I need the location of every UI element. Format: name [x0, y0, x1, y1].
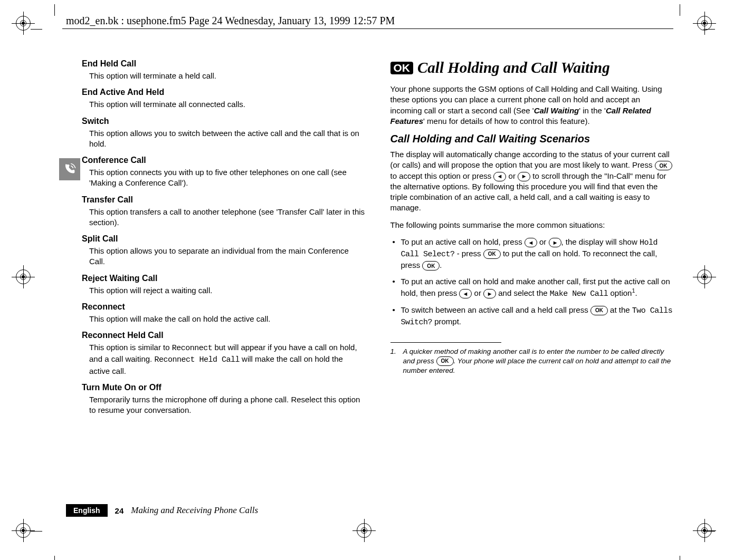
- text: to accept this option or press: [390, 171, 494, 180]
- crop-mark-mid-right: [697, 269, 718, 291]
- crop-mark-bottom-right: [697, 523, 718, 544]
- scenario-paragraph: The display will automatically change ac…: [390, 149, 674, 214]
- text-end-active-held: This option will terminate all connected…: [89, 99, 365, 110]
- text-split-call: This option allows you to separate an in…: [89, 246, 365, 267]
- page-number: 24: [115, 506, 124, 515]
- text: To put an active call on hold, press: [401, 237, 525, 246]
- bullet-2: To put an active call on hold and make a…: [390, 276, 674, 300]
- left-key-icon: ◂: [525, 238, 537, 247]
- bullet-1: To put an active call on hold, press ◂ o…: [390, 237, 674, 271]
- text: and select the: [496, 288, 550, 297]
- heading-reconnect-held: Reconnect Held Call: [82, 331, 365, 340]
- intro-paragraph: Your phone supports the GSM options of C…: [390, 84, 674, 127]
- heading-end-held-call: End Held Call: [82, 59, 365, 69]
- text-reconnect-held: This option is similar to Reconnect but …: [89, 342, 365, 376]
- main-heading-text: Call Holding and Call Waiting: [417, 59, 610, 76]
- text-reject-waiting: This option will reject a waiting call.: [89, 285, 365, 296]
- text: prompt.: [432, 317, 461, 326]
- text: at the: [608, 305, 632, 314]
- crop-mark-bottom-left: [16, 523, 37, 544]
- text: option: [608, 288, 632, 297]
- left-key-icon: ◂: [493, 172, 506, 181]
- heading-split-call: Split Call: [82, 234, 365, 244]
- phone-icon: [59, 158, 80, 180]
- text: .: [440, 260, 442, 269]
- heading-end-active-held: End Active And Held: [82, 88, 365, 97]
- summary-intro: The following points summarise the more …: [390, 220, 674, 230]
- left-key-icon: ◂: [459, 289, 472, 298]
- ref-call-waiting: Call Waiting: [534, 106, 579, 115]
- main-heading: OK Call Holding and Call Waiting: [390, 59, 674, 76]
- footnote-separator: [390, 342, 501, 343]
- text: ' in the ': [579, 106, 606, 115]
- right-key-icon: ▸: [483, 289, 496, 298]
- heading-switch: Switch: [82, 117, 365, 126]
- crop-mark-top-right: [697, 16, 718, 37]
- ok-badge-icon: OK: [390, 62, 414, 74]
- text: or: [506, 171, 518, 180]
- ok-key-icon: OK: [436, 356, 454, 366]
- ok-key-icon: OK: [590, 306, 608, 315]
- bullet-3: To switch between an active call and a h…: [390, 305, 674, 329]
- right-key-icon: ▸: [549, 238, 561, 247]
- text-conference-call: This option connects you with up to five…: [89, 167, 365, 189]
- language-badge: English: [66, 504, 108, 517]
- crop-mark-bottom-mid: [357, 523, 378, 544]
- text: - press: [455, 249, 483, 258]
- text: To switch between an active call and a h…: [401, 305, 590, 314]
- text: This option is similar to: [89, 343, 172, 352]
- ok-key-icon: OK: [422, 261, 440, 271]
- text: or: [537, 237, 549, 246]
- ok-key-icon: OK: [483, 249, 501, 259]
- text: ' menu for details of how to control thi…: [423, 117, 590, 125]
- right-key-icon: ▸: [518, 172, 530, 181]
- text-reconnect: This option will make the call on hold t…: [89, 314, 365, 324]
- footnote-1: 1. A quicker method of making another ca…: [390, 347, 674, 376]
- heading-conference-call: Conference Call: [82, 156, 365, 165]
- code-reconnect: Reconnect: [172, 344, 213, 353]
- text: The display will automatically change ac…: [390, 150, 670, 169]
- sub-heading-scenarios: Call Holding and Call Waiting Scenarios: [390, 133, 674, 145]
- text-switch: This option allows you to switch between…: [89, 128, 365, 150]
- ok-key-icon: OK: [655, 161, 672, 170]
- crop-mark-mid-left: [16, 269, 37, 291]
- code-reconnect-held: Reconnect Held Call: [154, 355, 240, 364]
- text-transfer-call: This option transfers a call to another …: [89, 207, 365, 228]
- page-header: mod2_en.bk : usephone.fm5 Page 24 Wednes…: [66, 15, 395, 27]
- header-rule: [62, 28, 673, 29]
- text: .: [635, 288, 637, 297]
- heading-turn-mute: Turn Mute On or Off: [82, 383, 365, 392]
- text-end-held-call: This option will terminate a held call.: [89, 71, 365, 81]
- code-make-new-call: Make New Call: [550, 289, 608, 298]
- heading-reconnect: Reconnect: [82, 302, 365, 312]
- footnote-number: 1.: [390, 347, 396, 356]
- footer-chapter-title: Making and Receiving Phone Calls: [131, 505, 258, 516]
- text-turn-mute: Temporarily turns the microphone off dur…: [89, 394, 365, 416]
- heading-reject-waiting: Reject Waiting Call: [82, 274, 365, 283]
- page-footer: English 24 Making and Receiving Phone Ca…: [66, 504, 258, 517]
- left-column: End Held Call This option will terminate…: [82, 59, 365, 507]
- right-column: OK Call Holding and Call Waiting Your ph…: [390, 59, 674, 507]
- text: , the display will show: [561, 237, 640, 246]
- heading-transfer-call: Transfer Call: [82, 195, 365, 205]
- text: or: [472, 288, 483, 297]
- crop-mark-top-left: [16, 16, 37, 37]
